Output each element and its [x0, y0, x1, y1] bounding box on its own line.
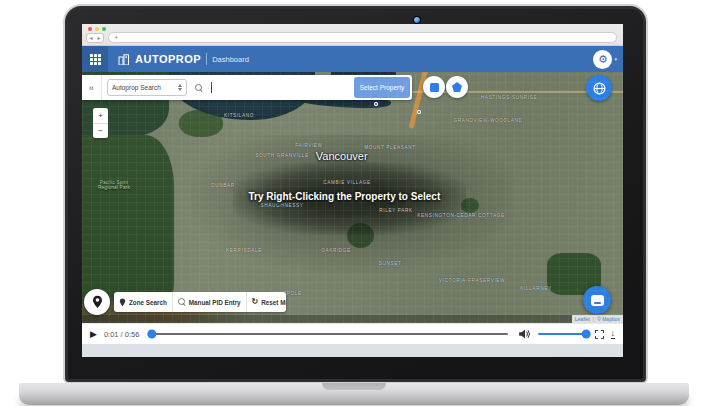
mapbox-link[interactable]: © Mapbox [597, 316, 620, 322]
brand-logo[interactable]: AUTOPROP [118, 53, 201, 65]
buildings-icon [118, 54, 131, 65]
map-area-label: MOUNT PLEASANT [365, 145, 417, 150]
polygon-icon [452, 82, 462, 92]
map-area-label: RILEY PARK [379, 207, 412, 212]
breadcrumb: Dashboard [212, 55, 249, 64]
webcam-dot-icon [414, 17, 420, 23]
map-area-label: KERRISDALE [226, 248, 262, 253]
app-header: AUTOPROP Dashboard ⚙ ▾ [82, 46, 623, 72]
browser-chrome: ◂ ▸ + [82, 24, 623, 46]
search-mode-select[interactable]: Autoprop Search [107, 79, 187, 96]
attribution-divider: | [593, 316, 594, 322]
manual-pid-entry-button[interactable]: Manual PID Entry [173, 292, 247, 312]
fullscreen-button[interactable] [595, 330, 604, 339]
search-overlay-bar: « Autoprop Search Select Property [82, 75, 412, 100]
seek-bar[interactable] [150, 333, 507, 335]
chat-icon [591, 295, 604, 306]
collapse-panel-button[interactable]: « [82, 75, 102, 100]
map-layers-button[interactable] [586, 75, 612, 101]
zone-search-label: Zone Search [129, 299, 167, 306]
download-button[interactable]: ↓ [611, 329, 616, 339]
zoom-in-button[interactable]: + [93, 108, 108, 124]
select-property-label: Select Property [360, 84, 404, 91]
text-caret [211, 82, 212, 93]
map-area-label: SHAUGHNESSY [261, 202, 304, 207]
address-bar[interactable]: + [108, 32, 617, 43]
map-area-label: GRANDVIEW-WOODLAND [453, 117, 522, 122]
rectangle-icon [430, 83, 439, 92]
map-instruction-tooltip: Try Right-Clicking the Property to Selec… [249, 191, 441, 202]
account-settings-button[interactable]: ⚙ [593, 50, 612, 69]
page-background-strip [82, 344, 623, 357]
laptop-screen: ◂ ▸ + AUTOPROP Dashboard [82, 24, 623, 357]
draw-rectangle-button[interactable] [423, 76, 445, 98]
tooltip-shadow-blob [233, 162, 466, 235]
location-pin-icon [92, 295, 103, 309]
window-close-icon[interactable] [88, 27, 92, 31]
leaflet-link[interactable]: Leaflet [575, 316, 590, 322]
app-grid-menu-button[interactable] [82, 46, 108, 72]
reset-map-label: Reset Map [261, 299, 286, 306]
time-display: 0:01 / 0:56 [104, 330, 139, 339]
reset-map-button[interactable]: ↻ Reset Map [247, 292, 286, 312]
map-area-label: VICTORIA-FRASERVIEW [438, 278, 504, 283]
map-area-label: HASTINGS-SUNRISE [481, 94, 537, 99]
chevron-down-icon[interactable]: ▾ [614, 56, 617, 62]
map-attribution: Leaflet | © Mapbox [572, 315, 623, 323]
window-zoom-icon[interactable] [102, 27, 106, 31]
search-mode-value: Autoprop Search [112, 84, 161, 91]
forward-icon[interactable]: ▸ [97, 35, 100, 41]
map-area-label: SUNSET [379, 260, 402, 265]
map-area-label: FAIRVIEW [296, 142, 323, 147]
window-minimize-icon[interactable] [95, 27, 99, 31]
zoom-out-button[interactable]: − [93, 124, 108, 139]
brand-name: AUTOPROP [135, 53, 201, 65]
city-label: Vancouver [316, 150, 368, 162]
chevrons-left-icon: « [89, 83, 94, 93]
map-canvas[interactable]: WEST ENDGASTOWNHASTINGS-SUNRISEGRANDVIEW… [82, 72, 623, 323]
pin-small-icon [119, 298, 126, 307]
map-park-area [347, 223, 374, 248]
header-divider [206, 53, 207, 65]
map-park-area [461, 198, 479, 213]
search-input[interactable] [203, 75, 354, 100]
draw-polygon-button[interactable] [446, 76, 468, 98]
video-player-controls: ▶ 0:01 / 0:56 ↓ [82, 323, 623, 344]
map-shore [82, 315, 623, 323]
map-area-label: KENSINGTON-CEDAR COTTAGE [417, 212, 504, 217]
map-poi-marker [374, 102, 378, 106]
zone-search-button[interactable]: Zone Search [114, 292, 173, 312]
layers-globe-icon [593, 82, 606, 95]
manual-pid-label: Manual PID Entry [189, 299, 241, 306]
back-icon[interactable]: ◂ [89, 35, 92, 41]
map-poi-marker [417, 110, 421, 114]
grid-icon [90, 54, 101, 65]
magnifier-icon [178, 298, 186, 306]
seek-handle[interactable] [148, 330, 157, 339]
browser-nav-buttons[interactable]: ◂ ▸ [86, 33, 104, 43]
laptop-base-bottom [19, 395, 689, 405]
laptop-base-notch [322, 383, 386, 390]
refresh-icon: ↻ [252, 298, 259, 306]
play-button[interactable]: ▶ [90, 330, 97, 339]
gear-icon: ⚙ [598, 54, 608, 65]
locate-button[interactable] [84, 289, 110, 315]
map-area-label: OAKRIDGE [321, 248, 351, 253]
volume-handle[interactable] [581, 330, 590, 339]
map-zoom-control: + − [93, 108, 108, 138]
select-property-button[interactable]: Select Property [354, 77, 410, 98]
map-area-label: CAMBIE VILLAGE [323, 180, 370, 185]
map-area-label: DUNBAR [211, 182, 235, 187]
mockup-stage: ◂ ▸ + AUTOPROP Dashboard [0, 0, 705, 406]
search-icon [195, 84, 203, 92]
map-action-toolbar: Zone Search Manual PID Entry ↻ Reset Map [114, 292, 286, 312]
select-caret-icon [178, 84, 182, 91]
volume-icon[interactable] [519, 329, 531, 339]
chat-messenger-button[interactable] [583, 286, 611, 314]
map-area-label: SOUTH GRANVILLE [255, 152, 308, 157]
volume-slider[interactable] [538, 333, 588, 336]
